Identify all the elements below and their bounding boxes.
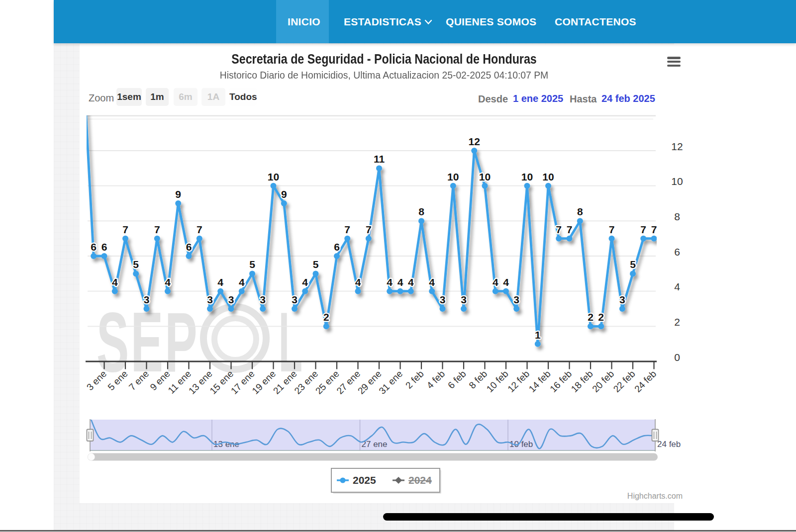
svg-text:9: 9 [175, 188, 181, 200]
svg-text:27 ene: 27 ene [334, 368, 362, 396]
svg-text:15 ene: 15 ene [207, 368, 235, 396]
svg-text:7: 7 [344, 224, 350, 235]
svg-text:10: 10 [521, 171, 533, 182]
svg-text:10: 10 [447, 171, 459, 182]
svg-text:19 ene: 19 ene [250, 368, 278, 396]
svg-text:2025: 2025 [353, 474, 376, 486]
svg-text:12: 12 [671, 141, 683, 152]
svg-text:6 feb: 6 feb [446, 368, 468, 391]
svg-text:5: 5 [313, 259, 319, 270]
svg-text:4 feb: 4 feb [425, 368, 447, 391]
svg-text:Highcharts.com: Highcharts.com [627, 492, 683, 500]
svg-text:1: 1 [535, 329, 541, 341]
svg-text:4: 4 [429, 276, 435, 288]
svg-text:3: 3 [260, 294, 266, 305]
svg-text:6: 6 [674, 246, 680, 258]
svg-text:4: 4 [302, 276, 308, 288]
svg-text:5: 5 [133, 259, 139, 270]
svg-text:7: 7 [609, 224, 615, 235]
svg-text:31 ene: 31 ene [377, 368, 404, 396]
svg-text:6: 6 [91, 241, 97, 253]
svg-text:25 ene: 25 ene [313, 368, 341, 396]
svg-text:3: 3 [207, 294, 213, 305]
svg-text:3: 3 [461, 294, 467, 305]
svg-text:4: 4 [503, 276, 509, 288]
svg-text:12: 12 [469, 136, 480, 147]
svg-text:2024: 2024 [408, 474, 432, 486]
svg-text:22 feb: 22 feb [611, 368, 637, 394]
svg-text:5: 5 [630, 259, 636, 270]
svg-text:0: 0 [674, 352, 680, 363]
svg-text:11: 11 [374, 153, 385, 165]
svg-text:4: 4 [674, 281, 680, 292]
svg-text:8: 8 [674, 211, 680, 222]
svg-text:2: 2 [674, 316, 680, 328]
svg-text:16 feb: 16 feb [548, 368, 574, 394]
svg-text:18 feb: 18 feb [569, 368, 595, 394]
svg-text:6: 6 [186, 241, 192, 253]
svg-text:12 feb: 12 feb [505, 368, 531, 394]
svg-text:8: 8 [418, 206, 424, 217]
svg-text:2: 2 [323, 311, 329, 323]
svg-text:10: 10 [542, 171, 554, 182]
svg-text:24 feb: 24 feb [632, 368, 658, 394]
svg-text:2 feb: 2 feb [403, 368, 426, 391]
svg-text:3: 3 [440, 294, 446, 305]
svg-text:6: 6 [101, 241, 107, 253]
svg-text:29 ene: 29 ene [356, 368, 384, 396]
svg-text:3: 3 [619, 294, 625, 305]
svg-text:7: 7 [651, 224, 657, 235]
svg-text:7: 7 [567, 224, 573, 235]
svg-text:7: 7 [366, 224, 372, 235]
svg-text:7: 7 [154, 224, 160, 235]
svg-text:7: 7 [122, 224, 128, 235]
svg-text:9: 9 [281, 188, 287, 200]
svg-text:3: 3 [292, 294, 298, 305]
svg-text:8: 8 [577, 206, 583, 217]
svg-text:10: 10 [671, 176, 683, 187]
svg-text:4: 4 [239, 276, 245, 288]
svg-text:10: 10 [268, 171, 279, 182]
svg-text:3: 3 [228, 294, 234, 305]
svg-text:4: 4 [217, 276, 223, 288]
svg-text:7: 7 [556, 224, 562, 235]
svg-text:4: 4 [355, 276, 361, 288]
svg-text:10: 10 [479, 171, 491, 182]
svg-text:2: 2 [588, 311, 594, 323]
svg-text:4: 4 [112, 276, 118, 288]
svg-text:4: 4 [387, 276, 393, 288]
svg-text:7: 7 [640, 224, 646, 235]
svg-text:5: 5 [249, 259, 255, 270]
svg-text:3: 3 [144, 294, 150, 305]
svg-text:24 feb: 24 feb [657, 440, 681, 449]
svg-text:4: 4 [408, 276, 414, 288]
svg-text:7: 7 [197, 224, 202, 235]
svg-text:2: 2 [598, 311, 604, 323]
svg-text:10 feb: 10 feb [485, 368, 510, 394]
svg-text:3: 3 [513, 294, 519, 305]
svg-text:4: 4 [493, 276, 498, 288]
svg-text:6: 6 [334, 241, 340, 253]
svg-text:4: 4 [165, 276, 171, 288]
svg-text:14 feb: 14 feb [527, 368, 553, 394]
svg-text:4: 4 [398, 276, 403, 288]
svg-text:20 feb: 20 feb [590, 368, 616, 394]
